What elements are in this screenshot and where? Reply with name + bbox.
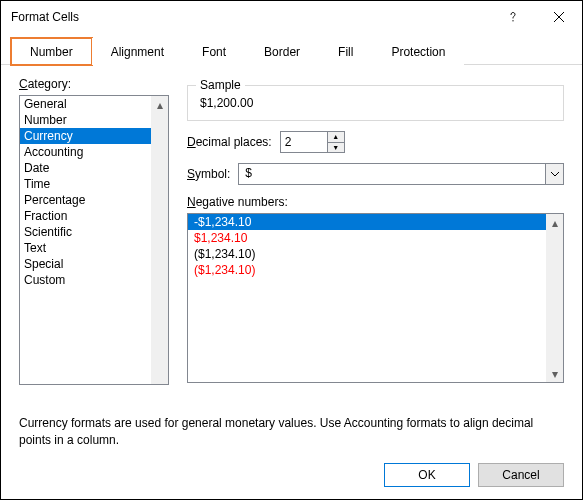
category-item[interactable]: Date [20,160,151,176]
category-item[interactable]: Text [20,240,151,256]
scrollbar[interactable]: ▴ ▾ [546,214,563,382]
dropdown-button[interactable] [545,164,563,184]
sample-value: $1,200.00 [200,96,253,110]
negative-item[interactable]: -$1,234.10 [188,214,546,230]
close-icon [553,11,565,23]
options-column: Sample $1,200.00 Decimal places: ▲ ▼ Sym… [187,77,564,385]
symbol-value: $ [239,164,545,184]
cancel-button[interactable]: Cancel [478,463,564,487]
tab-font[interactable]: Font [183,38,245,65]
scroll-up-icon[interactable]: ▴ [546,214,563,231]
category-item[interactable]: Number [20,112,151,128]
category-item[interactable]: Currency [20,128,151,144]
titlebar: Format Cells [1,1,582,33]
negative-item[interactable]: $1,234.10 [188,230,546,246]
category-column: Category: GeneralNumberCurrencyAccountin… [19,77,169,385]
tab-alignment[interactable]: Alignment [92,38,183,65]
category-item[interactable]: Accounting [20,144,151,160]
spin-down-icon[interactable]: ▼ [328,142,344,153]
negative-listbox[interactable]: -$1,234.10$1,234.10($1,234.10)($1,234.10… [187,213,564,383]
close-button[interactable] [536,1,582,33]
spin-up-icon[interactable]: ▲ [328,132,344,142]
chevron-down-icon [551,172,559,177]
negative-item[interactable]: ($1,234.10) [188,262,546,278]
tab-border[interactable]: Border [245,38,319,65]
symbol-row: Symbol: $ [187,163,564,185]
scroll-down-icon[interactable]: ▾ [546,365,563,382]
tab-fill[interactable]: Fill [319,38,372,65]
category-listbox[interactable]: GeneralNumberCurrencyAccountingDateTimeP… [19,95,169,385]
sample-box: Sample $1,200.00 [187,85,564,121]
negative-item[interactable]: ($1,234.10) [188,246,546,262]
symbol-label: Symbol: [187,167,230,181]
decimal-row: Decimal places: ▲ ▼ [187,131,564,153]
dialog-body: Category: GeneralNumberCurrencyAccountin… [1,65,582,385]
format-cells-dialog: Format Cells NumberAlignmentFontBorderFi… [0,0,583,500]
tab-number[interactable]: Number [11,38,92,65]
category-item[interactable]: Custom [20,272,151,288]
tab-protection[interactable]: Protection [372,38,464,65]
decimal-spinner[interactable]: ▲ ▼ [280,131,345,153]
tab-strip: NumberAlignmentFontBorderFillProtection [1,37,582,65]
negative-label: Negative numbers: [187,195,564,209]
decimal-input[interactable] [280,131,328,153]
category-item[interactable]: General [20,96,151,112]
category-label: Category: [19,77,169,91]
ok-button[interactable]: OK [384,463,470,487]
window-title: Format Cells [11,10,490,24]
category-item[interactable]: Percentage [20,192,151,208]
category-item[interactable]: Scientific [20,224,151,240]
symbol-combo[interactable]: $ [238,163,564,185]
category-item[interactable]: Time [20,176,151,192]
help-button[interactable] [490,1,536,33]
category-item[interactable]: Special [20,256,151,272]
dialog-footer: OK Cancel [384,463,564,487]
scroll-up-icon[interactable]: ▴ [151,96,168,113]
decimal-label: Decimal places: [187,135,272,149]
help-icon [507,11,519,23]
scrollbar[interactable]: ▴ [151,96,168,384]
sample-label: Sample [196,78,245,92]
category-item[interactable]: Fraction [20,208,151,224]
description-text: Currency formats are used for general mo… [1,407,582,457]
